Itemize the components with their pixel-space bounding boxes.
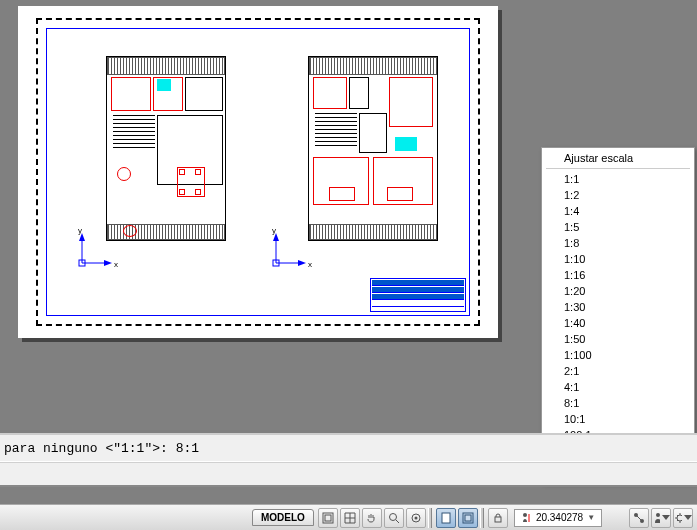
layout-icon — [322, 512, 334, 524]
paper-model-toggle[interactable] — [436, 508, 456, 528]
ucs-x-label: x — [114, 260, 118, 269]
svg-rect-19 — [495, 517, 501, 522]
svg-point-25 — [656, 513, 660, 517]
zoom-button[interactable] — [384, 508, 404, 528]
person-icon — [652, 512, 660, 524]
svg-rect-11 — [325, 515, 331, 521]
person-scale-icon — [521, 512, 533, 524]
svg-point-20 — [523, 513, 527, 517]
chevron-down-icon: ▼ — [587, 513, 595, 522]
svg-line-24 — [636, 515, 642, 521]
pan-button[interactable] — [362, 508, 382, 528]
scale-option[interactable]: 1:16 — [542, 267, 694, 283]
scale-option[interactable]: 1:100 — [542, 347, 694, 363]
orbit-button[interactable] — [406, 508, 426, 528]
scale-option[interactable]: 1:40 — [542, 315, 694, 331]
ucs-y-label: y — [78, 226, 82, 235]
scale-option[interactable]: 10:1 — [542, 411, 694, 427]
chevron-down-icon — [662, 515, 670, 520]
gear-icon — [674, 512, 682, 524]
scale-option[interactable]: 1:5 — [542, 219, 694, 235]
status-separator — [428, 508, 432, 528]
grid-button[interactable] — [340, 508, 360, 528]
svg-point-15 — [414, 516, 417, 519]
scale-option[interactable]: 1:10 — [542, 251, 694, 267]
menu-separator — [546, 168, 690, 169]
layout-quick-view-button[interactable] — [318, 508, 338, 528]
svg-point-12 — [389, 513, 396, 520]
model-tab[interactable]: MODELO — [252, 509, 314, 526]
scale-option[interactable]: 1:20 — [542, 283, 694, 299]
annotation-lock-button[interactable] — [488, 508, 508, 528]
scale-option[interactable]: 1:50 — [542, 331, 694, 347]
status-separator — [480, 508, 484, 528]
annotation-scale-display[interactable]: 20.340278 ▼ — [514, 509, 602, 527]
scale-option[interactable]: 1:2 — [542, 187, 694, 203]
hand-icon — [366, 512, 378, 524]
annotation-auto-button[interactable] — [651, 508, 671, 528]
orbit-icon — [410, 512, 422, 524]
command-line-panel[interactable]: para ninguno <"1:1">: 8:1 — [0, 433, 697, 487]
title-block — [370, 278, 466, 312]
grid-icon — [344, 512, 356, 524]
svg-marker-8 — [298, 260, 306, 266]
svg-line-13 — [396, 520, 399, 523]
ucs-icon-right — [268, 231, 308, 271]
status-bar: MODELO 20.340278 ▼ — [0, 504, 697, 530]
ucs-y-label-2: y — [272, 226, 276, 235]
maximize-icon — [462, 512, 474, 524]
annotation-visibility-button[interactable] — [629, 508, 649, 528]
floorplan-right — [308, 56, 438, 241]
ucs-x-label-2: x — [308, 260, 312, 269]
scale-option[interactable]: 1:4 — [542, 203, 694, 219]
zoom-icon — [388, 512, 400, 524]
chevron-down-icon — [684, 515, 692, 520]
scale-option[interactable]: 2:1 — [542, 363, 694, 379]
scale-menu-header[interactable]: Ajustar escala — [542, 150, 694, 166]
maximize-viewport-button[interactable] — [458, 508, 478, 528]
scale-option[interactable]: 8:1 — [542, 395, 694, 411]
floorplan-left — [106, 56, 226, 241]
command-divider — [0, 461, 697, 463]
command-history-line: para ninguno <"1:1">: 8:1 — [0, 441, 530, 456]
scale-option[interactable]: 1:30 — [542, 299, 694, 315]
scale-sync-icon — [633, 512, 645, 524]
paper-icon — [440, 512, 452, 524]
svg-rect-18 — [465, 515, 471, 521]
scale-option[interactable]: 1:8 — [542, 235, 694, 251]
ucs-icon-left — [74, 231, 114, 271]
workspace-switch-button[interactable] — [673, 508, 693, 528]
svg-rect-16 — [442, 513, 450, 523]
drawing-viewport[interactable]: y x y x — [0, 0, 513, 355]
lock-icon — [492, 512, 504, 524]
scale-option[interactable]: 1:1 — [542, 171, 694, 187]
scale-value: 20.340278 — [536, 512, 583, 523]
svg-marker-3 — [104, 260, 112, 266]
scale-option[interactable]: 4:1 — [542, 379, 694, 395]
paper-sheet: y x y x — [18, 6, 498, 338]
